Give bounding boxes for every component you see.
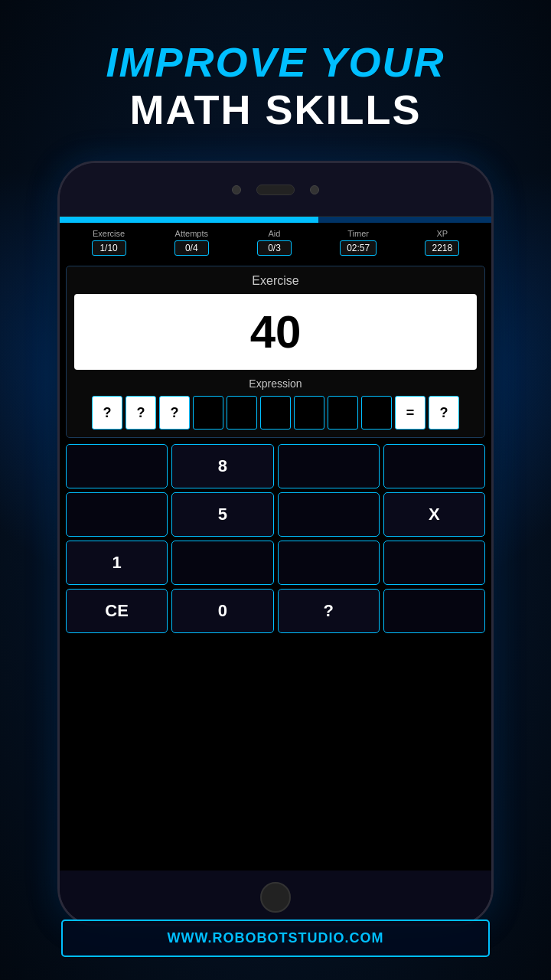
key-btn-r0c0 <box>66 444 168 488</box>
stats-row: Exercise 1/10 Attempts 0/4 Aid 0/3 Timer… <box>60 223 491 260</box>
key-btn-r1c0 <box>66 492 168 537</box>
expr-box-3[interactable] <box>193 396 223 430</box>
expr-box-6[interactable] <box>294 396 324 430</box>
header-line1: IMPROVE YOUR <box>0 38 551 86</box>
aid-value: 0/3 <box>257 240 292 256</box>
header-section: IMPROVE YOUR MATH SKILLS <box>0 38 551 133</box>
exercise-value: 1/10 <box>92 240 126 256</box>
phone-bottom-bar <box>60 871 491 924</box>
key-btn-r2c0[interactable]: 1 <box>66 541 168 585</box>
footer-bar: WWW.ROBOBOTSTUDIO.COM <box>61 920 490 957</box>
phone-frame: Exercise 1/10 Attempts 0/4 Aid 0/3 Timer… <box>57 161 494 926</box>
expr-box-1[interactable]: ? <box>126 396 156 430</box>
attempts-label: Attempts <box>175 229 208 238</box>
phone-screen: Exercise 1/10 Attempts 0/4 Aid 0/3 Timer… <box>60 217 491 871</box>
timer-label: Timer <box>347 229 369 238</box>
footer-website: WWW.ROBOBOTSTUDIO.COM <box>0 920 551 957</box>
key-btn-r2c1 <box>171 541 273 585</box>
power-button <box>491 393 494 446</box>
footer-url: WWW.ROBOBOTSTUDIO.COM <box>168 930 384 946</box>
xp-value: 2218 <box>425 240 459 256</box>
keypad: 85X1CE0? <box>66 444 485 633</box>
exercise-section: Exercise 40 Expression ???=? <box>66 266 485 438</box>
key-btn-r1c1[interactable]: 5 <box>171 492 273 537</box>
header-line2: MATH SKILLS <box>0 86 551 133</box>
expr-box-9[interactable]: = <box>395 396 425 430</box>
expression-row: ???=? <box>74 396 477 430</box>
key-btn-r0c2 <box>278 444 380 488</box>
front-camera <box>232 185 241 194</box>
exercise-number: 40 <box>74 294 477 370</box>
key-btn-r3c0[interactable]: CE <box>66 589 168 633</box>
home-button[interactable] <box>260 882 291 913</box>
key-btn-r0c3 <box>383 444 485 488</box>
expression-label: Expression <box>74 377 477 390</box>
expr-box-4[interactable] <box>227 396 257 430</box>
key-btn-r2c2 <box>278 541 380 585</box>
expr-box-5[interactable] <box>260 396 291 430</box>
stat-aid: Aid 0/3 <box>257 229 292 256</box>
stat-exercise: Exercise 1/10 <box>92 229 126 256</box>
key-btn-r1c2 <box>278 492 380 537</box>
key-btn-r0c1[interactable]: 8 <box>171 444 273 488</box>
attempts-value: 0/4 <box>174 240 209 256</box>
expr-box-0[interactable]: ? <box>92 396 122 430</box>
exercise-title: Exercise <box>74 274 477 288</box>
progress-bar <box>60 217 491 223</box>
progress-fill <box>60 217 318 223</box>
expr-box-8[interactable] <box>361 396 392 430</box>
speaker-grill <box>256 185 295 195</box>
timer-value: 02:57 <box>340 240 377 256</box>
stat-timer: Timer 02:57 <box>340 229 377 256</box>
expr-box-2[interactable]: ? <box>159 396 190 430</box>
aid-label: Aid <box>269 229 281 238</box>
stat-attempts: Attempts 0/4 <box>174 229 209 256</box>
key-btn-r2c3 <box>383 541 485 585</box>
key-btn-r1c3[interactable]: X <box>383 492 485 537</box>
stat-xp: XP 2218 <box>425 229 459 256</box>
expr-box-10[interactable]: ? <box>429 396 459 430</box>
exercise-label: Exercise <box>93 229 125 238</box>
xp-label: XP <box>437 229 448 238</box>
phone-top-bar <box>60 163 491 217</box>
expr-box-7[interactable] <box>328 396 358 430</box>
key-btn-r3c3 <box>383 589 485 633</box>
key-btn-r3c2[interactable]: ? <box>278 589 380 633</box>
key-btn-r3c1[interactable]: 0 <box>171 589 273 633</box>
light-sensor <box>310 185 319 194</box>
